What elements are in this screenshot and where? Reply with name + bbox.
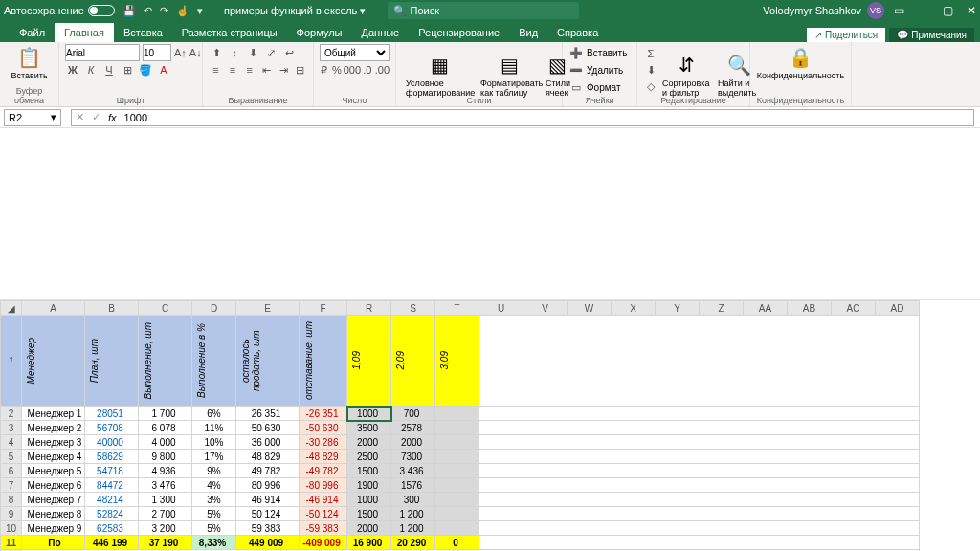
cell[interactable]: 1000 (347, 493, 391, 507)
cell[interactable]: 1 300 (139, 493, 192, 507)
align-right-icon[interactable]: ≡ (242, 62, 256, 77)
cell[interactable]: 28051 (85, 407, 139, 421)
minimize-icon[interactable]: — (918, 4, 929, 17)
cell[interactable]: Менеджер 3 (22, 435, 85, 450)
cell[interactable]: 5% (192, 521, 236, 536)
cell[interactable]: 37 190 (139, 536, 192, 550)
cell[interactable]: 59 383 (236, 521, 300, 536)
cell[interactable]: 46 914 (236, 493, 300, 507)
col-header[interactable]: A (22, 301, 85, 316)
cell[interactable]: 52824 (85, 507, 139, 521)
tab-review[interactable]: Рецензирование (409, 23, 509, 42)
percent-icon[interactable]: % (332, 62, 342, 77)
tab-view[interactable]: Вид (509, 23, 547, 42)
qat-more-icon[interactable]: ▾ (197, 5, 203, 17)
cell[interactable]: 2,09 (391, 316, 435, 407)
undo-icon[interactable]: ↶ (144, 5, 152, 17)
cell[interactable]: -50 630 (300, 421, 347, 435)
border-icon[interactable]: ⊞ (120, 62, 135, 77)
cell[interactable]: -46 914 (300, 493, 347, 507)
row-header[interactable]: 3 (1, 421, 22, 435)
cell[interactable]: 49 782 (236, 464, 300, 478)
cell[interactable]: -49 782 (300, 464, 347, 478)
cell[interactable]: 1000 (347, 407, 391, 421)
formula-bar[interactable]: ✕ ✓ fx 1000 (71, 109, 974, 126)
close-icon[interactable]: ✕ (967, 4, 976, 17)
col-header[interactable]: S (391, 301, 435, 316)
cell[interactable]: 7300 (391, 450, 435, 464)
col-header[interactable]: AC (832, 301, 876, 316)
cell[interactable]: 56708 (85, 421, 139, 435)
cell[interactable]: 0 (435, 536, 479, 550)
cell[interactable]: 1 700 (139, 407, 192, 421)
cell[interactable]: 2500 (347, 450, 391, 464)
align-bot-icon[interactable]: ⬇ (245, 45, 260, 60)
tab-layout[interactable]: Разметка страницы (172, 23, 287, 42)
cell[interactable]: 16 900 (347, 536, 391, 550)
cell[interactable]: -409 009 (300, 536, 347, 550)
cell[interactable]: 3 200 (139, 521, 192, 536)
cell[interactable]: 449 009 (236, 536, 300, 550)
cell[interactable]: 62583 (85, 521, 139, 536)
cell[interactable]: 5% (192, 507, 236, 521)
col-header[interactable]: Z (700, 301, 744, 316)
share-button[interactable]: ↗Поделиться (807, 28, 885, 42)
cell[interactable]: 3% (192, 493, 236, 507)
touch-icon[interactable]: ☝ (176, 5, 189, 17)
cancel-icon[interactable]: ✕ (76, 111, 84, 123)
cell[interactable]: 4% (192, 478, 236, 493)
cell[interactable]: осталось продать, шт (236, 316, 300, 407)
inc-dec-icon[interactable]: .0 (363, 62, 372, 77)
cell[interactable]: 3 436 (391, 464, 435, 478)
fx-icon[interactable]: fx (108, 112, 117, 123)
cell[interactable] (435, 464, 479, 478)
tab-data[interactable]: Данные (351, 23, 409, 42)
col-header[interactable]: X (612, 301, 656, 316)
cell[interactable]: 2000 (347, 435, 391, 450)
tab-help[interactable]: Справка (547, 23, 608, 42)
cell[interactable]: 1576 (391, 478, 435, 493)
autosave-toggle[interactable] (88, 5, 115, 16)
currency-icon[interactable]: ₽ (320, 62, 329, 77)
cell[interactable]: 6 078 (139, 421, 192, 435)
cell[interactable]: 58629 (85, 450, 139, 464)
cell[interactable]: Выполнение, шт (139, 316, 192, 407)
comma-icon[interactable]: 000 (345, 62, 360, 77)
fill-icon[interactable]: 🪣 (138, 62, 153, 77)
cell[interactable]: 3,09 (435, 316, 479, 407)
align-top-icon[interactable]: ⬆ (209, 45, 224, 60)
col-header[interactable]: D (192, 301, 236, 316)
insert-cell-icon[interactable]: ➕ (568, 45, 584, 60)
cell[interactable]: 8,33% (192, 536, 236, 550)
cell[interactable]: 48 829 (236, 450, 300, 464)
cell[interactable]: 11% (192, 421, 236, 435)
cell[interactable]: Менеджер 1 (22, 407, 85, 421)
search-box[interactable]: 🔍Поиск (388, 2, 579, 19)
col-header[interactable]: AD (876, 301, 920, 316)
cell[interactable]: -50 124 (300, 507, 347, 521)
comments-button[interactable]: 💬Примечания (889, 28, 974, 42)
col-header[interactable]: B (85, 301, 139, 316)
cell[interactable]: 10% (192, 435, 236, 450)
cell[interactable]: 1900 (347, 478, 391, 493)
name-box[interactable]: R2▾ (4, 109, 61, 126)
number-format[interactable]: Общий (320, 44, 390, 61)
wrap-icon[interactable]: ↩ (281, 45, 297, 60)
cell[interactable]: -30 286 (300, 435, 347, 450)
merge-icon[interactable]: ⊟ (293, 62, 307, 77)
col-header[interactable]: U (479, 301, 523, 316)
row-header[interactable]: 1 (1, 316, 22, 407)
indent-inc-icon[interactable]: ⇥ (277, 62, 291, 77)
cell[interactable]: Выполнение в % (192, 316, 236, 407)
dec-dec-icon[interactable]: .00 (375, 62, 390, 77)
row-header[interactable]: 5 (1, 450, 22, 464)
align-left-icon[interactable]: ≡ (209, 62, 223, 77)
insert-cell[interactable]: Вставить (587, 48, 627, 58)
worksheet-grid[interactable]: ◢ A B C D E F R S T U V W X Y Z AA AB AC… (0, 300, 980, 551)
tab-insert[interactable]: Вставка (114, 23, 172, 42)
font-color-icon[interactable]: A (156, 62, 171, 77)
cell[interactable]: 700 (391, 407, 435, 421)
cell[interactable]: 26 351 (236, 407, 300, 421)
cell[interactable]: 4 936 (139, 464, 192, 478)
cell[interactable]: -48 829 (300, 450, 347, 464)
